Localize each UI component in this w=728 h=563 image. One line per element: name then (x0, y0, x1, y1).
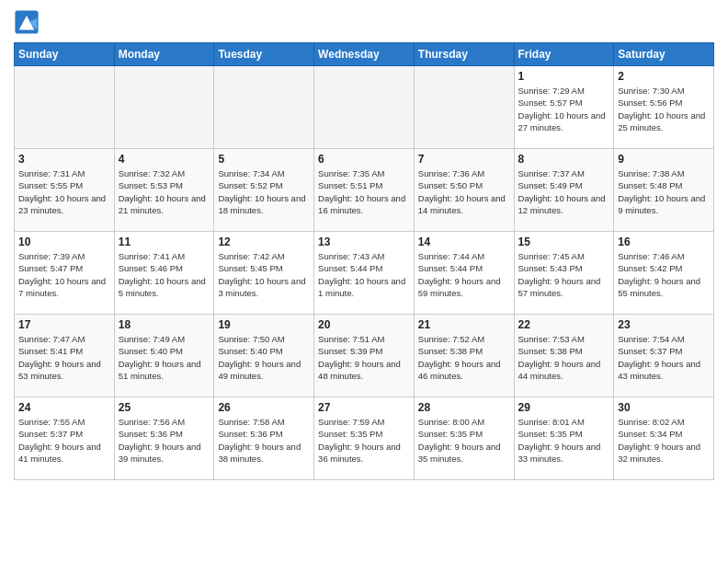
day-info: Sunrise: 7:53 AM Sunset: 5:38 PM Dayligh… (518, 333, 610, 382)
day-info: Sunrise: 7:36 AM Sunset: 5:50 PM Dayligh… (418, 167, 510, 216)
day-number: 11 (119, 236, 210, 248)
day-number: 2 (618, 70, 710, 83)
calendar-cell: 12Sunrise: 7:42 AM Sunset: 5:45 PM Dayli… (214, 232, 314, 315)
day-number: 18 (119, 318, 210, 331)
day-info: Sunrise: 7:29 AM Sunset: 5:57 PM Dayligh… (518, 85, 610, 133)
day-number: 6 (318, 153, 410, 166)
day-info: Sunrise: 7:38 AM Sunset: 5:48 PM Dayligh… (618, 167, 710, 216)
calendar-cell: 10Sunrise: 7:39 AM Sunset: 5:47 PM Dayli… (15, 232, 115, 315)
day-number: 27 (318, 401, 410, 414)
day-info: Sunrise: 7:49 AM Sunset: 5:40 PM Dayligh… (119, 333, 210, 382)
day-number: 26 (218, 401, 310, 414)
calendar-cell: 28Sunrise: 8:00 AM Sunset: 5:35 PM Dayli… (414, 397, 514, 480)
weekday-header-tuesday: Tuesday (214, 43, 314, 66)
calendar-cell: 5Sunrise: 7:34 AM Sunset: 5:52 PM Daylig… (214, 149, 314, 232)
day-number: 7 (418, 153, 510, 166)
day-info: Sunrise: 7:51 AM Sunset: 5:39 PM Dayligh… (318, 333, 410, 382)
day-number: 4 (119, 153, 210, 166)
weekday-header-wednesday: Wednesday (314, 43, 415, 66)
day-number: 29 (518, 401, 610, 414)
weekday-header-sunday: Sunday (15, 43, 115, 66)
calendar-cell: 17Sunrise: 7:47 AM Sunset: 5:41 PM Dayli… (15, 315, 115, 397)
calendar-cell: 11Sunrise: 7:41 AM Sunset: 5:46 PM Dayli… (114, 232, 214, 315)
calendar-cell (314, 66, 415, 149)
day-info: Sunrise: 7:45 AM Sunset: 5:43 PM Dayligh… (518, 250, 610, 299)
day-number: 17 (18, 318, 110, 331)
day-info: Sunrise: 7:35 AM Sunset: 5:51 PM Dayligh… (318, 167, 410, 216)
calendar-cell: 21Sunrise: 7:52 AM Sunset: 5:38 PM Dayli… (414, 315, 514, 397)
day-info: Sunrise: 7:30 AM Sunset: 5:56 PM Dayligh… (618, 85, 710, 133)
day-number: 22 (518, 318, 610, 331)
calendar-cell: 1Sunrise: 7:29 AM Sunset: 5:57 PM Daylig… (514, 66, 614, 149)
calendar-cell: 15Sunrise: 7:45 AM Sunset: 5:43 PM Dayli… (514, 232, 614, 315)
day-number: 15 (518, 236, 610, 248)
day-number: 30 (618, 401, 710, 414)
calendar-cell: 27Sunrise: 7:59 AM Sunset: 5:35 PM Dayli… (314, 397, 415, 480)
calendar-week-2: 3Sunrise: 7:31 AM Sunset: 5:55 PM Daylig… (15, 149, 714, 232)
weekday-header-row: SundayMondayTuesdayWednesdayThursdayFrid… (15, 43, 714, 66)
calendar-cell: 29Sunrise: 8:01 AM Sunset: 5:35 PM Dayli… (514, 397, 614, 480)
calendar-cell (214, 66, 314, 149)
day-number: 5 (218, 153, 310, 166)
calendar-table: SundayMondayTuesdayWednesdayThursdayFrid… (14, 42, 714, 480)
calendar-cell: 30Sunrise: 8:02 AM Sunset: 5:34 PM Dayli… (614, 397, 714, 480)
calendar-cell (114, 66, 214, 149)
weekday-header-thursday: Thursday (414, 43, 514, 66)
day-info: Sunrise: 7:37 AM Sunset: 5:49 PM Dayligh… (518, 167, 610, 216)
calendar-cell: 8Sunrise: 7:37 AM Sunset: 5:49 PM Daylig… (514, 149, 614, 232)
day-info: Sunrise: 7:47 AM Sunset: 5:41 PM Dayligh… (18, 333, 110, 382)
day-info: Sunrise: 7:59 AM Sunset: 5:35 PM Dayligh… (318, 416, 410, 465)
calendar-cell: 19Sunrise: 7:50 AM Sunset: 5:40 PM Dayli… (214, 315, 314, 397)
calendar-cell: 3Sunrise: 7:31 AM Sunset: 5:55 PM Daylig… (15, 149, 115, 232)
day-info: Sunrise: 7:46 AM Sunset: 5:42 PM Dayligh… (618, 250, 710, 299)
calendar-cell: 6Sunrise: 7:35 AM Sunset: 5:51 PM Daylig… (314, 149, 415, 232)
day-info: Sunrise: 7:50 AM Sunset: 5:40 PM Dayligh… (218, 333, 310, 382)
day-info: Sunrise: 7:31 AM Sunset: 5:55 PM Dayligh… (18, 167, 110, 216)
calendar-cell (414, 66, 514, 149)
calendar-cell: 7Sunrise: 7:36 AM Sunset: 5:50 PM Daylig… (414, 149, 514, 232)
day-number: 8 (518, 153, 610, 166)
day-number: 1 (518, 70, 610, 83)
day-number: 19 (218, 318, 310, 331)
calendar-week-3: 10Sunrise: 7:39 AM Sunset: 5:47 PM Dayli… (15, 232, 714, 315)
calendar-cell (15, 66, 115, 149)
calendar-cell: 16Sunrise: 7:46 AM Sunset: 5:42 PM Dayli… (614, 232, 714, 315)
calendar-cell: 14Sunrise: 7:44 AM Sunset: 5:44 PM Dayli… (414, 232, 514, 315)
calendar-cell: 20Sunrise: 7:51 AM Sunset: 5:39 PM Dayli… (314, 315, 415, 397)
calendar-week-4: 17Sunrise: 7:47 AM Sunset: 5:41 PM Dayli… (15, 315, 714, 397)
calendar-cell: 24Sunrise: 7:55 AM Sunset: 5:37 PM Dayli… (15, 397, 115, 480)
day-number: 3 (18, 153, 110, 166)
day-info: Sunrise: 7:44 AM Sunset: 5:44 PM Dayligh… (418, 250, 510, 299)
day-number: 9 (618, 153, 710, 166)
day-number: 12 (218, 236, 310, 248)
day-info: Sunrise: 7:41 AM Sunset: 5:46 PM Dayligh… (119, 250, 210, 299)
day-info: Sunrise: 7:56 AM Sunset: 5:36 PM Dayligh… (119, 416, 210, 465)
day-number: 23 (618, 318, 710, 331)
calendar-cell: 26Sunrise: 7:58 AM Sunset: 5:36 PM Dayli… (214, 397, 314, 480)
calendar-cell: 22Sunrise: 7:53 AM Sunset: 5:38 PM Dayli… (514, 315, 614, 397)
day-number: 13 (318, 236, 410, 248)
day-info: Sunrise: 7:55 AM Sunset: 5:37 PM Dayligh… (18, 416, 110, 465)
day-number: 20 (318, 318, 410, 331)
day-number: 21 (418, 318, 510, 331)
calendar-week-1: 1Sunrise: 7:29 AM Sunset: 5:57 PM Daylig… (15, 66, 714, 149)
day-info: Sunrise: 7:52 AM Sunset: 5:38 PM Dayligh… (418, 333, 510, 382)
calendar-header: SundayMondayTuesdayWednesdayThursdayFrid… (15, 43, 714, 66)
day-info: Sunrise: 8:01 AM Sunset: 5:35 PM Dayligh… (518, 416, 610, 465)
page: SundayMondayTuesdayWednesdayThursdayFrid… (0, 0, 728, 489)
day-number: 14 (418, 236, 510, 248)
weekday-header-friday: Friday (514, 43, 614, 66)
calendar-week-5: 24Sunrise: 7:55 AM Sunset: 5:37 PM Dayli… (15, 397, 714, 480)
day-info: Sunrise: 7:34 AM Sunset: 5:52 PM Dayligh… (218, 167, 310, 216)
calendar-cell: 4Sunrise: 7:32 AM Sunset: 5:53 PM Daylig… (114, 149, 214, 232)
day-number: 10 (18, 236, 110, 248)
day-info: Sunrise: 7:54 AM Sunset: 5:37 PM Dayligh… (618, 333, 710, 382)
day-number: 28 (418, 401, 510, 414)
calendar-cell: 2Sunrise: 7:30 AM Sunset: 5:56 PM Daylig… (614, 66, 714, 149)
day-info: Sunrise: 7:42 AM Sunset: 5:45 PM Dayligh… (218, 250, 310, 299)
calendar-cell: 13Sunrise: 7:43 AM Sunset: 5:44 PM Dayli… (314, 232, 415, 315)
day-number: 24 (18, 401, 110, 414)
calendar-cell: 9Sunrise: 7:38 AM Sunset: 5:48 PM Daylig… (614, 149, 714, 232)
calendar-body: 1Sunrise: 7:29 AM Sunset: 5:57 PM Daylig… (15, 66, 714, 480)
logo-icon (14, 9, 40, 35)
